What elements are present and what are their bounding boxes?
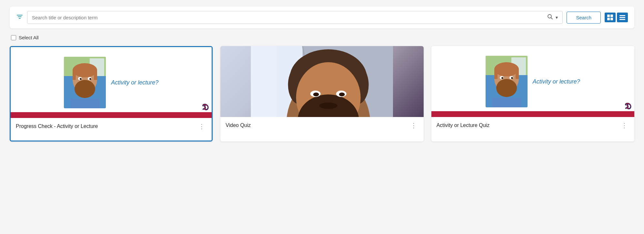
card-2-thumb-video <box>220 46 423 117</box>
card-3-logo: 𝔇 <box>625 102 631 111</box>
chevron-down-icon[interactable]: ▾ <box>556 15 558 20</box>
card-3-title: Activity or Lecture Quiz <box>437 122 620 129</box>
cards-grid: Activity or lecture? 𝔇 Progress Check - … <box>10 46 634 141</box>
card-1-bar <box>11 112 212 118</box>
grid-icon <box>607 15 613 20</box>
search-bar: ▾ Search <box>10 6 634 28</box>
svg-rect-11 <box>73 70 76 80</box>
card-2-thumbnail <box>220 46 423 117</box>
svg-point-33 <box>339 93 345 96</box>
svg-point-17 <box>89 78 91 80</box>
card-1-menu-button[interactable]: ⋮ <box>197 123 206 130</box>
svg-rect-42 <box>494 69 498 79</box>
svg-point-48 <box>511 77 513 79</box>
svg-rect-49 <box>492 98 521 107</box>
card-2-footer: Video Quiz ⋮ <box>220 117 423 140</box>
list-icon <box>619 15 625 20</box>
select-all-checkbox[interactable] <box>11 35 16 40</box>
svg-line-4 <box>551 18 553 19</box>
card-3-thumb-activity: Activity or lecture? <box>431 46 634 117</box>
search-button[interactable]: Search <box>567 12 601 24</box>
grid-view-button[interactable] <box>605 13 616 22</box>
svg-point-47 <box>501 77 503 79</box>
svg-rect-18 <box>70 99 99 108</box>
card-2-title: Video Quiz <box>226 122 409 129</box>
card-3-footer: Activity or Lecture Quiz ⋮ <box>431 117 634 140</box>
svg-point-44 <box>496 79 517 97</box>
search-input-wrapper: ▾ <box>27 11 563 24</box>
svg-rect-21 <box>251 46 277 117</box>
svg-point-16 <box>80 78 82 80</box>
card-1-thumb-text: Activity or lecture? <box>111 79 158 86</box>
select-all-label[interactable]: Select All <box>19 35 39 40</box>
list-view-button[interactable] <box>617 13 628 22</box>
search-input[interactable] <box>32 15 547 20</box>
card-1-portrait <box>64 57 106 108</box>
filter-icon[interactable] <box>16 13 23 22</box>
svg-rect-43 <box>516 69 519 79</box>
view-toggle <box>605 13 628 22</box>
select-all-row: Select All <box>10 35 634 40</box>
card-1-title: Progress Check - Activity or Lecture <box>16 123 197 130</box>
svg-point-10 <box>73 63 97 77</box>
card-3-menu-button[interactable]: ⋮ <box>620 122 629 129</box>
card-1-thumbnail: Activity or lecture? 𝔇 <box>11 47 212 118</box>
card-1-thumb-activity: Activity or lecture? <box>11 47 212 118</box>
card-2-menu-button[interactable]: ⋮ <box>409 122 418 129</box>
card-3-thumb-text: Activity or lecture? <box>533 78 580 85</box>
svg-rect-12 <box>94 70 97 80</box>
card-3-thumbnail: Activity or lecture? 𝔇 <box>431 46 634 117</box>
svg-point-13 <box>75 80 95 98</box>
card-3-portrait <box>486 56 528 107</box>
card-3[interactable]: Activity or lecture? 𝔇 Activity or Lectu… <box>431 46 634 141</box>
card-1-footer: Progress Check - Activity or Lecture ⋮ <box>11 118 212 141</box>
svg-point-41 <box>494 62 519 76</box>
svg-point-34 <box>319 102 337 109</box>
card-2[interactable]: Video Quiz ⋮ <box>220 46 423 141</box>
svg-point-32 <box>313 93 319 96</box>
card-1-logo: 𝔇 <box>202 102 208 112</box>
card-3-bar <box>431 111 634 117</box>
card-1[interactable]: Activity or lecture? 𝔇 Progress Check - … <box>10 46 213 141</box>
search-icon <box>547 14 553 21</box>
